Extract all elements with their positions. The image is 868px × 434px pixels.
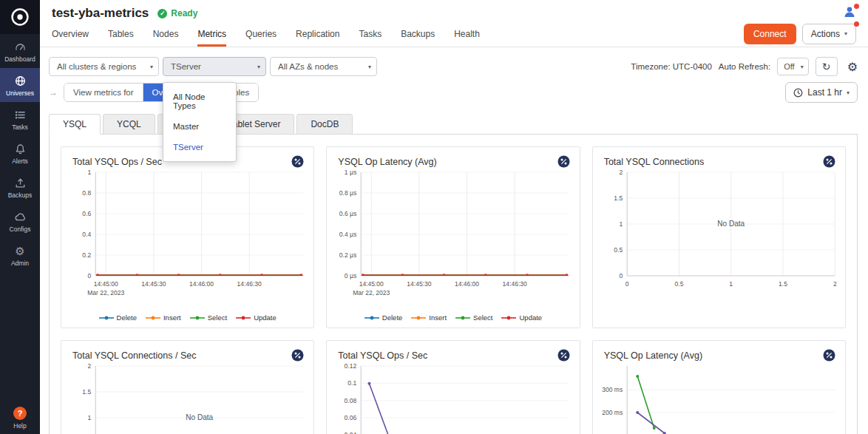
chart-options-icon[interactable]	[291, 155, 304, 168]
chart-card-total-ysql-connections-sec: Total YSQL Connections / Sec 21.510.50No…	[61, 340, 314, 434]
legend-item[interactable]: Update	[236, 313, 277, 322]
metric-tab-ycql[interactable]: YCQL	[103, 114, 155, 135]
clusters-regions-select[interactable]: All clusters & regions ▾	[49, 57, 159, 76]
chart-title: YSQL Op Latency (Avg)	[604, 350, 702, 361]
tab-nodes[interactable]: Nodes	[153, 21, 179, 47]
chart-options-icon[interactable]	[557, 349, 570, 362]
chart-plot: 1 µs0.8 µs0.6 µs0.4 µs0.2 µs0 µs14:45:00…	[327, 168, 579, 305]
sidebar-item-label: Configs	[10, 226, 31, 233]
svg-text:0: 0	[87, 272, 91, 279]
azs-nodes-select[interactable]: All AZs & nodes ▾	[270, 57, 377, 76]
sidebar-item-label: Alerts	[12, 157, 28, 165]
sidebar-item-universes[interactable]: Universes	[0, 68, 40, 102]
sidebar-item-label: Dashboard	[4, 55, 35, 63]
metrics-panel: Total YSQL Ops / Sec 10.80.60.40.2014:45…	[49, 134, 858, 434]
sidebar-item-alerts[interactable]: Alerts	[0, 136, 40, 170]
sidebar-item-label: Tasks	[12, 123, 28, 131]
chart-title: YSQL Op Latency (Avg)	[338, 157, 436, 167]
legend-label: Select	[208, 313, 227, 322]
legend-item[interactable]: Update	[501, 313, 542, 322]
legend-item[interactable]: Delete	[99, 313, 137, 322]
tab-tables[interactable]: Tables	[108, 21, 134, 47]
universes-icon	[13, 74, 27, 87]
node-type-value: TServer	[171, 62, 201, 71]
sidebar-item-admin[interactable]: ⚙ Admin	[0, 238, 40, 272]
time-range-button[interactable]: Last 1 hr ▾	[785, 82, 858, 103]
chart-options-icon[interactable]	[823, 155, 835, 168]
time-range-value: Last 1 hr	[807, 87, 842, 98]
metric-tab-docdb[interactable]: DocDB	[296, 114, 353, 135]
clock-icon	[793, 88, 803, 98]
dropdown-option-all-node-types[interactable]: All Node Types	[163, 87, 236, 116]
dashboard-icon	[13, 40, 27, 53]
status-text: Ready	[171, 8, 197, 18]
legend-label: Delete	[382, 313, 402, 322]
svg-text:0.08: 0.08	[345, 397, 357, 404]
tab-backups[interactable]: Backups	[401, 21, 435, 47]
actions-button[interactable]: Actions ▾	[802, 24, 856, 44]
chart-card-total-ysql-connections: Total YSQL Connections 21.510.5000.511.5…	[592, 146, 846, 328]
dropdown-option-master[interactable]: Master	[163, 116, 236, 137]
metric-tab-ysql[interactable]: YSQL	[49, 114, 101, 135]
tab-overview[interactable]: Overview	[52, 21, 89, 47]
timezone-label: Timezone: UTC-0400	[631, 62, 712, 71]
dropdown-option-tserver[interactable]: TServer	[163, 137, 236, 157]
sidebar-item-label: Backups	[8, 191, 33, 199]
legend-item[interactable]: Select	[190, 313, 227, 322]
svg-text:2: 2	[87, 362, 91, 370]
svg-text:0.2: 0.2	[82, 251, 91, 259]
auto-refresh-select[interactable]: Off ▾	[777, 58, 808, 75]
legend-label: Delete	[117, 313, 137, 322]
chart-options-icon[interactable]	[557, 155, 570, 168]
tab-queries[interactable]: Queries	[245, 21, 277, 47]
chevron-down-icon: ▾	[844, 30, 847, 37]
svg-text:1: 1	[729, 280, 733, 288]
svg-text:14:46:00: 14:46:00	[189, 280, 214, 288]
user-profile-button[interactable]	[843, 5, 856, 18]
legend-item[interactable]: Insert	[146, 313, 181, 322]
svg-text:1: 1	[87, 169, 91, 176]
svg-text:0: 0	[625, 280, 628, 288]
sidebar-item-help[interactable]: ? Help	[0, 407, 40, 430]
svg-text:0.8 µs: 0.8 µs	[339, 189, 356, 197]
sidebar-item-configs[interactable]: Configs	[0, 204, 40, 238]
chart-options-icon[interactable]	[823, 349, 835, 362]
sidebar-item-tasks[interactable]: Tasks	[0, 102, 40, 136]
tab-metrics[interactable]: Metrics	[197, 21, 226, 47]
backup-upload-icon	[13, 176, 27, 189]
legend-item[interactable]: Select	[455, 313, 492, 322]
universe-header: test-yba-metrics ✓ Ready	[40, 0, 868, 21]
yugabyte-logo-icon	[9, 6, 31, 28]
connect-button[interactable]: Connect	[744, 24, 796, 44]
main-area: test-yba-metrics ✓ Ready Overview Tables…	[40, 0, 868, 434]
chart-plot: 300 ms200 ms	[593, 362, 845, 434]
legend-item[interactable]: Insert	[411, 313, 447, 322]
sidebar: Dashboard Universes Tasks Alerts Backups	[0, 0, 40, 434]
yugabyte-logo[interactable]	[0, 0, 40, 34]
clusters-regions-value: All clusters & regions	[57, 62, 136, 71]
refresh-button[interactable]: ↻	[816, 57, 838, 76]
svg-text:No Data: No Data	[186, 413, 213, 421]
actions-label: Actions	[811, 29, 840, 39]
svg-text:1.5: 1.5	[614, 194, 623, 202]
svg-text:0.4: 0.4	[82, 231, 91, 238]
node-type-select[interactable]: TServer ▾	[163, 57, 266, 76]
svg-text:0: 0	[619, 272, 623, 279]
sidebar-item-backups[interactable]: Backups	[0, 170, 40, 204]
chart-options-icon[interactable]	[291, 349, 304, 362]
settings-gear-icon[interactable]: ⚙	[847, 60, 858, 74]
node-type-dropdown: All Node Types Master TServer	[163, 82, 237, 162]
tab-replication[interactable]: Replication	[296, 21, 339, 47]
app-root: Dashboard Universes Tasks Alerts Backups	[0, 0, 868, 434]
svg-text:14:45:30: 14:45:30	[407, 280, 432, 288]
tab-tasks[interactable]: Tasks	[359, 21, 382, 47]
svg-text:14:46:30: 14:46:30	[237, 280, 262, 288]
legend-label: Insert	[163, 313, 181, 322]
legend-label: Insert	[429, 313, 447, 322]
chart-legend	[593, 322, 845, 328]
legend-item[interactable]: Delete	[365, 313, 402, 322]
sidebar-item-label: Universes	[6, 89, 34, 97]
chart-title: Total YSQL Connections / Sec	[72, 350, 196, 361]
tab-health[interactable]: Health	[454, 21, 480, 47]
sidebar-item-dashboard[interactable]: Dashboard	[0, 34, 40, 68]
